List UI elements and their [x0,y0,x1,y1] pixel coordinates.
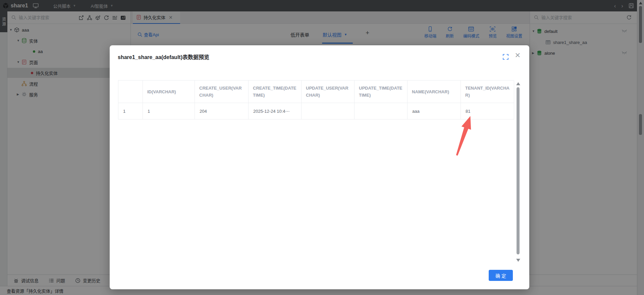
col-header-update-user: UPDATE_USER(VARCHAR) [302,81,355,103]
col-header-name: NAME(VARCHAR) [408,81,461,103]
cell-update-user [302,103,355,119]
app-window: share1 公共脚本▼ AI智能体▼ ‹ › 资源 [0,0,644,295]
table-scroll-up-icon[interactable] [516,82,520,85]
cell-tenant-id: 81 [461,103,514,119]
table-scrollbar-thumb[interactable] [517,87,520,254]
cell-id: 1 [143,103,195,119]
cell-row-index: 1 [118,103,143,119]
col-header-index [118,81,143,103]
table-preview-modal: share1_share_aa(default)表数据预览 ✕ ID(VARCH… [110,45,529,289]
col-header-update-time: UPDATE_TIME(DATETIME) [355,81,408,103]
col-header-tenant-id: TENANT_ID(VARCHAR) [461,81,514,103]
col-header-create-user: CREATE_USER(VARCHAR) [195,81,249,103]
cell-name: aaa [408,103,461,119]
close-icon[interactable]: ✕ [515,51,521,59]
confirm-button[interactable]: 确 定 [489,270,513,281]
fullscreen-icon[interactable] [503,54,508,60]
cell-create-time: 2025-12-24 10:4⋯ [249,103,302,119]
modal-title: share1_share_aa(default)表数据预览 [118,53,209,61]
col-header-create-time: CREATE_TIME(DATETIME) [249,81,302,103]
cell-update-time [355,103,408,119]
cell-create-user: 204 [195,103,249,119]
col-header-id: ID(VARCHAR) [143,81,195,103]
table-scroll-down-icon[interactable] [516,259,520,262]
data-preview-table: ID(VARCHAR) CREATE_USER(VARCHAR) CREATE_… [118,80,514,119]
